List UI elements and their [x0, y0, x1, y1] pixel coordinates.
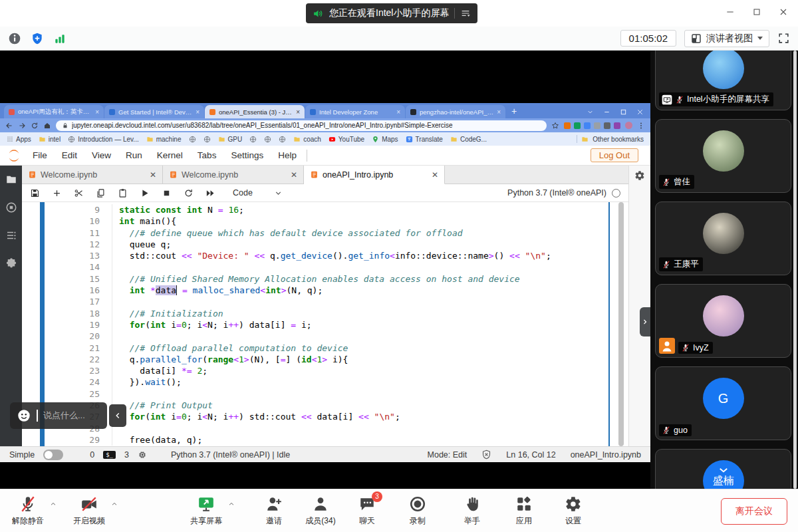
tab-close-icon[interactable]: ×	[396, 108, 400, 116]
tab-close-icon[interactable]: ×	[497, 108, 501, 116]
extension-icon[interactable]	[594, 122, 600, 129]
chevron-up-icon[interactable]	[49, 500, 57, 508]
tab-close-icon[interactable]: ×	[196, 108, 200, 116]
menu-item-settings[interactable]: Settings	[223, 150, 271, 160]
menu-item-help[interactable]: Help	[271, 150, 304, 160]
browser-tab[interactable]: oneAPI周边有礼：英卡1介绍_同×	[4, 105, 104, 118]
file-browser-icon[interactable]	[5, 174, 17, 186]
view-mode-button[interactable]: 演讲者视图	[684, 30, 769, 47]
browser-tab[interactable]: pengzhao-intel/oneAPI_course×	[406, 105, 505, 118]
toolbar-unmute-button[interactable]: 解除静音	[7, 495, 49, 527]
address-bar[interactable]: jupyter.oneapi.devcloud.intel.com/user/u…	[56, 120, 547, 131]
bookmark-item[interactable]: machine	[146, 136, 182, 143]
menu-item-run[interactable]: Run	[118, 150, 150, 160]
meeting-info-icon[interactable]	[8, 32, 21, 45]
bookmark-star-icon[interactable]	[551, 122, 559, 130]
bookmark-item[interactable]: intel	[39, 136, 61, 143]
menu-item-view[interactable]: View	[84, 150, 118, 160]
tab-close-icon[interactable]: ×	[296, 108, 300, 116]
close-icon[interactable]	[778, 7, 789, 17]
security-shield-icon[interactable]	[31, 32, 44, 45]
browser-tab[interactable]: Get Started | Intel® DevCloud×	[104, 105, 204, 118]
emoji-icon[interactable]	[17, 408, 31, 423]
bookmark-item[interactable]: coach	[293, 136, 321, 143]
more-participants-chevron-icon[interactable]	[718, 464, 730, 476]
chevron-up-icon[interactable]	[110, 500, 118, 508]
add-cell-icon[interactable]	[52, 188, 62, 198]
table-of-contents-icon[interactable]	[5, 229, 17, 241]
participants-scrollbar[interactable]	[793, 51, 797, 489]
save-icon[interactable]	[30, 188, 40, 198]
participant-tile[interactable]: 王康平	[655, 201, 791, 275]
bookmark-item[interactable]: Introduction — Lev...	[68, 136, 139, 143]
toolbar-settings-button[interactable]: 设置	[552, 495, 595, 527]
notebook-tab[interactable]: Welcome.ipynb✕	[163, 166, 304, 184]
settings-gear-icon[interactable]	[634, 170, 645, 181]
restart-run-all-icon[interactable]	[205, 188, 215, 198]
browser-close-icon[interactable]	[636, 108, 644, 116]
notebook-tab[interactable]: Welcome.ipynb✕	[22, 166, 163, 184]
fullscreen-icon[interactable]	[777, 32, 790, 45]
home-icon[interactable]	[43, 122, 51, 130]
bookmark-item[interactable]: YouTube	[329, 136, 364, 143]
extension-icon[interactable]	[584, 122, 591, 129]
cursor-position[interactable]: Ln 16, Col 12	[506, 450, 555, 460]
cell-type-dropdown[interactable]: Code	[233, 188, 253, 198]
banner-menu-icon[interactable]	[460, 8, 471, 19]
browser-tab[interactable]: Intel Developer Zone×	[305, 105, 405, 118]
profile-avatar[interactable]	[625, 122, 632, 129]
extension-icon[interactable]	[564, 122, 571, 129]
bookmark-item[interactable]	[279, 136, 286, 143]
toolbar-invite-button[interactable]: 邀请	[253, 495, 295, 527]
participant-tile[interactable]: IvyZ	[655, 284, 791, 358]
bookmark-item[interactable]: Maps	[372, 136, 398, 143]
running-sessions-icon[interactable]	[5, 201, 17, 213]
restart-kernel-icon[interactable]	[184, 188, 194, 198]
menu-item-file[interactable]: File	[25, 150, 55, 160]
toolbar-apps-button[interactable]: 应用	[503, 495, 545, 527]
panel-expand-handle[interactable]	[640, 307, 650, 336]
extension-icon[interactable]	[574, 122, 581, 129]
maximize-icon[interactable]	[751, 7, 762, 17]
other-bookmarks-label[interactable]: Other bookmarks	[593, 136, 644, 143]
editor-scrollbar[interactable]	[618, 202, 624, 446]
run-cell-icon[interactable]	[140, 188, 150, 198]
bookmark-item[interactable]: CodeG...	[450, 136, 487, 143]
chevron-down-icon[interactable]	[274, 189, 283, 198]
tab-close-icon[interactable]: ✕	[291, 170, 297, 180]
bookmark-item[interactable]	[264, 136, 271, 143]
simple-mode-toggle[interactable]	[43, 450, 63, 460]
back-icon[interactable]	[5, 122, 13, 130]
extension-icon[interactable]	[614, 122, 620, 129]
chat-quick-input[interactable]: 说点什么...	[10, 402, 107, 429]
kernel-status-text[interactable]: Python 3.7 (Intel® oneAPI) | Idle	[171, 450, 290, 460]
copy-cell-icon[interactable]	[96, 188, 106, 198]
chat-collapse-button[interactable]	[109, 404, 126, 427]
cut-cell-icon[interactable]	[74, 188, 84, 198]
tab-close-icon[interactable]: ✕	[432, 170, 438, 180]
new-tab-button[interactable]: +	[506, 106, 523, 118]
chevron-up-icon[interactable]	[227, 500, 235, 508]
notebook-tab[interactable]: oneAPI_Intro.ipynb✕	[304, 166, 445, 184]
toolbar-start-video-button[interactable]: 开启视频	[68, 495, 110, 527]
forward-icon[interactable]	[18, 122, 26, 130]
bookmark-item[interactable]	[203, 136, 211, 143]
participant-tile[interactable]: 盛楠	[655, 449, 791, 489]
minimize-icon[interactable]	[725, 7, 735, 17]
tab-close-icon[interactable]: ✕	[150, 170, 156, 180]
browser-tab[interactable]: oneAPI_Essentia (3) - JupyterLab×	[205, 105, 305, 118]
browser-maximize-icon[interactable]	[620, 108, 627, 116]
bookmark-item[interactable]: GPU	[218, 136, 243, 143]
tab-close-icon[interactable]: ×	[95, 108, 99, 116]
editor-mode[interactable]: Mode: Edit	[428, 450, 467, 460]
menu-item-tabs[interactable]: Tabs	[190, 150, 224, 160]
toolbar-record-button[interactable]: 录制	[396, 495, 439, 527]
browser-minimize-icon[interactable]	[603, 108, 610, 116]
bookmark-item[interactable]: Apps	[7, 136, 31, 143]
leave-meeting-button[interactable]: 离开会议	[721, 498, 787, 525]
menu-item-edit[interactable]: Edit	[55, 150, 84, 160]
bookmark-item[interactable]	[189, 136, 196, 143]
participant-tile[interactable]: Gguo	[655, 366, 791, 440]
toolbar-chat-button[interactable]: 3聊天	[346, 495, 388, 527]
kernel-name[interactable]: Python 3.7 (Intel® oneAPI)	[507, 188, 606, 198]
